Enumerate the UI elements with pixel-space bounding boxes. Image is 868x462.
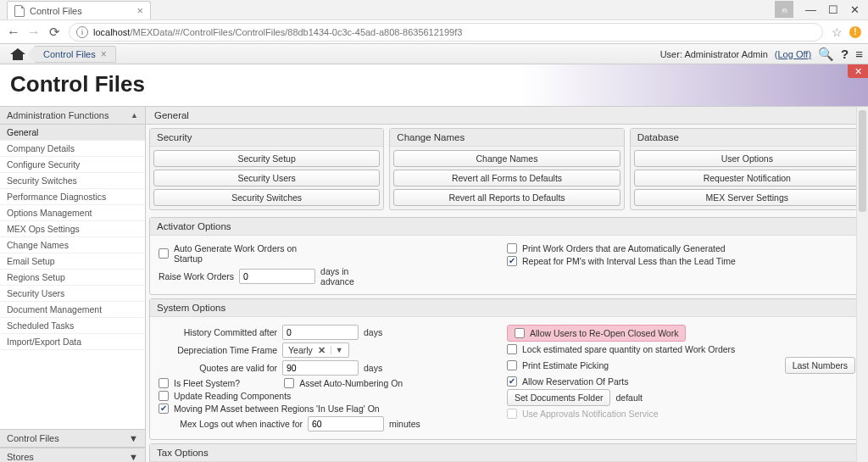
page-title: Control Files xyxy=(10,71,858,97)
requester-notification-button[interactable]: Requester Notification xyxy=(634,170,860,186)
use-approvals-checkbox xyxy=(507,409,517,419)
sidebar-list: General Company Details Configure Securi… xyxy=(0,125,145,429)
help-icon[interactable]: ? xyxy=(841,47,849,61)
print-estimate-checkbox[interactable] xyxy=(507,360,517,370)
search-icon[interactable]: 🔍 xyxy=(818,47,834,62)
user-options-button[interactable]: User Options xyxy=(634,150,860,167)
sidebar-item-options-management[interactable]: Options Management xyxy=(0,205,145,221)
browser-tab-strip: Control Files × ⍝ — ☐ ✕ xyxy=(0,0,868,20)
breadcrumb-close-icon[interactable]: × xyxy=(101,48,107,60)
last-numbers-button[interactable]: Last Numbers xyxy=(785,357,855,374)
allow-reopen-checkbox[interactable] xyxy=(515,328,525,338)
url-field[interactable]: i localhost/MEXData/#/ControlFiles/Contr… xyxy=(69,23,823,42)
allow-reopen-highlight: Allow Users to Re-Open Closed Work xyxy=(507,325,686,342)
moving-pm-checkbox[interactable] xyxy=(159,404,169,414)
sidebar-item-document-management[interactable]: Document Management xyxy=(0,302,145,318)
security-users-button[interactable]: Security Users xyxy=(153,170,380,186)
close-window-icon[interactable]: ✕ xyxy=(850,3,860,16)
sidebar-group-stores[interactable]: Stores▼ xyxy=(0,448,145,462)
warning-icon[interactable]: ! xyxy=(849,26,861,38)
asset-auto-checkbox[interactable] xyxy=(284,378,294,388)
revert-reports-button[interactable]: Revert all Reports to Defaults xyxy=(393,189,620,206)
reload-icon[interactable]: ⟳ xyxy=(49,25,60,40)
raise-work-orders-input[interactable] xyxy=(239,269,315,284)
sidebar-item-regions-setup[interactable]: Regions Setup xyxy=(0,270,145,286)
collapse-icon[interactable]: ▲ xyxy=(131,111,138,120)
sidebar-item-scheduled-tasks[interactable]: Scheduled Tasks xyxy=(0,318,145,334)
section-database: Database User Options Requester Notifica… xyxy=(630,128,865,210)
document-icon xyxy=(14,5,25,17)
allow-reservation-checkbox[interactable] xyxy=(507,376,517,387)
home-icon[interactable] xyxy=(10,48,25,60)
mex-server-settings-button[interactable]: MEX Server Settings xyxy=(634,189,860,206)
sidebar: Administration Functions ▲ General Compa… xyxy=(0,107,146,462)
panel-title: General xyxy=(146,107,868,125)
update-reading-checkbox[interactable] xyxy=(159,391,169,401)
sidebar-item-security-users[interactable]: Security Users xyxy=(0,286,145,302)
auto-generate-checkbox[interactable] xyxy=(159,248,169,259)
lock-estimated-checkbox[interactable] xyxy=(507,344,517,354)
tab-title: Control Files xyxy=(30,6,82,16)
page-header: Control Files xyxy=(0,64,868,106)
logoff-link[interactable]: (Log Off) xyxy=(775,49,811,59)
change-names-button[interactable]: Change Names xyxy=(393,150,620,167)
vertical-scrollbar[interactable] xyxy=(856,107,868,462)
scrollbar-thumb[interactable] xyxy=(859,110,866,212)
user-icon[interactable]: ⍝ xyxy=(775,1,793,18)
sidebar-item-configure-security[interactable]: Configure Security xyxy=(0,157,145,173)
section-security: Security Security Setup Security Users S… xyxy=(149,128,384,210)
chevron-down-icon[interactable]: ▼ xyxy=(331,346,343,354)
back-icon[interactable]: ← xyxy=(7,25,20,40)
system-options-group: System Options History Committed after d… xyxy=(149,298,865,440)
sidebar-item-performance-diagnostics[interactable]: Performance Diagnostics xyxy=(0,189,145,205)
activator-options-group: Activator Options Auto Generate Work Ord… xyxy=(149,217,865,295)
sidebar-item-mex-ops-settings[interactable]: MEX Ops Settings xyxy=(0,221,145,237)
sidebar-item-change-names[interactable]: Change Names xyxy=(0,237,145,253)
minimize-icon[interactable]: — xyxy=(805,3,816,16)
address-bar: ← → ⟳ i localhost/MEXData/#/ControlFiles… xyxy=(0,20,868,44)
sidebar-item-general[interactable]: General xyxy=(0,125,145,141)
sidebar-item-company-details[interactable]: Company Details xyxy=(0,141,145,157)
sidebar-header[interactable]: Administration Functions ▲ xyxy=(0,107,145,125)
history-committed-input[interactable] xyxy=(282,325,359,340)
browser-tab[interactable]: Control Files × xyxy=(7,1,151,19)
site-info-icon[interactable]: i xyxy=(76,26,88,38)
user-label: User: Administrator Admin xyxy=(660,49,768,59)
fleet-checkbox[interactable] xyxy=(159,378,169,388)
print-wo-checkbox[interactable] xyxy=(507,243,517,253)
revert-forms-button[interactable]: Revert all Forms to Defaults xyxy=(393,170,620,186)
forward-icon[interactable]: → xyxy=(27,25,41,40)
clear-icon[interactable]: ✕ xyxy=(318,345,326,355)
depreciation-select[interactable]: Yearly ✕ ▼ xyxy=(282,342,349,358)
chevron-down-icon: ▼ xyxy=(129,433,138,443)
logout-minutes-input[interactable] xyxy=(308,416,384,431)
sidebar-group-control-files[interactable]: Control Files▼ xyxy=(0,429,145,448)
url-host: localhost xyxy=(93,27,130,37)
main-panel: General Security Security Setup Security… xyxy=(146,107,868,462)
tax-options-group: Tax Options Global Tax Rate: 3 ✕ ▼ xyxy=(149,443,865,462)
window-controls: ⍝ — ☐ ✕ xyxy=(775,1,868,19)
repeat-pm-checkbox[interactable] xyxy=(507,256,517,266)
set-documents-folder-button[interactable]: Set Documents Folder xyxy=(507,389,610,406)
maximize-icon[interactable]: ☐ xyxy=(828,3,838,16)
quotes-valid-input[interactable] xyxy=(282,360,359,376)
sidebar-item-email-setup[interactable]: Email Setup xyxy=(0,253,145,270)
breadcrumb-tab[interactable]: Control Files × xyxy=(34,46,116,63)
chevron-down-icon: ▼ xyxy=(129,452,138,462)
section-change-names: Change Names Change Names Revert all For… xyxy=(389,128,624,210)
sidebar-item-security-switches[interactable]: Security Switches xyxy=(0,173,145,189)
security-switches-button[interactable]: Security Switches xyxy=(153,189,380,206)
breadcrumb-label: Control Files xyxy=(43,49,96,59)
app-toolbar: Control Files × User: Administrator Admi… xyxy=(0,44,868,64)
url-path: /MEXData/#/ControlFiles/ControlFiles/88d… xyxy=(130,27,462,37)
sidebar-item-import-export[interactable]: Import/Export Data xyxy=(0,334,145,350)
panel-close-icon[interactable]: ✕ xyxy=(848,64,868,78)
menu-icon[interactable]: ≡ xyxy=(855,47,863,61)
close-tab-icon[interactable]: × xyxy=(136,4,143,17)
security-setup-button[interactable]: Security Setup xyxy=(153,150,380,167)
bookmark-icon[interactable]: ☆ xyxy=(832,25,843,39)
